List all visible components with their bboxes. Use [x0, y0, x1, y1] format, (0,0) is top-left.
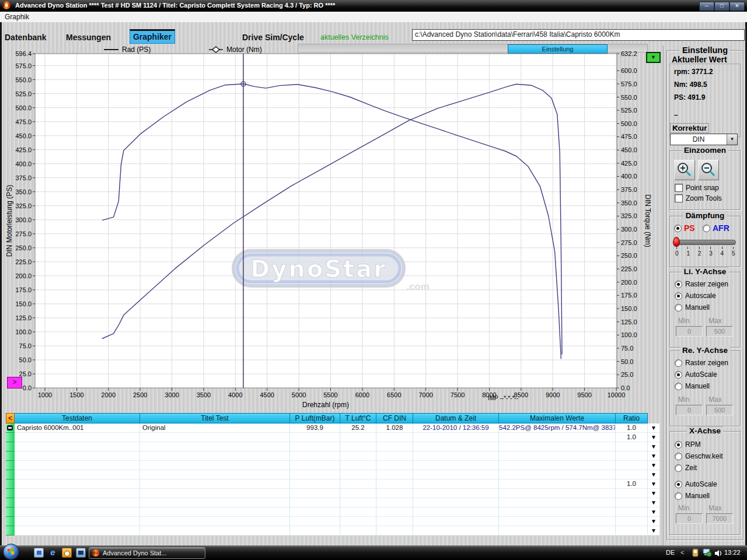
- column-header-datum[interactable]: Datum & Zeit: [413, 413, 499, 424]
- cell-testdaten[interactable]: [15, 517, 140, 526]
- internet-explorer-icon[interactable]: e: [48, 548, 58, 558]
- cell-ratio[interactable]: [616, 508, 648, 517]
- cell-t_luft[interactable]: [340, 489, 376, 498]
- cell-datum[interactable]: [413, 489, 499, 498]
- cell-ratio[interactable]: [616, 526, 648, 536]
- cell-datum[interactable]: [413, 470, 499, 480]
- cell-titel[interactable]: [140, 508, 290, 517]
- cell-testdaten[interactable]: [15, 480, 140, 489]
- cell-t_luft[interactable]: [340, 517, 376, 526]
- cell-max_werte[interactable]: [499, 433, 616, 442]
- ratio-dropdown-icon[interactable]: ▼: [648, 508, 659, 517]
- cell-testdaten[interactable]: [15, 526, 140, 536]
- cell-t_luft[interactable]: [340, 470, 376, 480]
- cell-p_luft[interactable]: 993.9: [290, 424, 340, 433]
- cell-cf_din[interactable]: [376, 480, 413, 489]
- cell-datum[interactable]: [413, 433, 499, 442]
- minimize-button[interactable]: ─: [699, 2, 714, 11]
- re-raster-radio[interactable]: [675, 359, 682, 367]
- cell-titel[interactable]: [140, 498, 290, 508]
- cell-t_luft[interactable]: [340, 442, 376, 452]
- cell-ratio[interactable]: 1.0: [616, 424, 648, 433]
- ratio-dropdown-icon[interactable]: ▼: [648, 461, 659, 470]
- cell-testdaten[interactable]: [15, 489, 140, 498]
- cell-ratio[interactable]: [616, 442, 648, 452]
- cell-p_luft[interactable]: [290, 470, 340, 480]
- cell-titel[interactable]: [140, 517, 290, 526]
- re-max-input[interactable]: 500: [706, 405, 733, 415]
- taskbar-app-button[interactable]: Advanced Dyno Stat...: [89, 547, 205, 559]
- cell-ratio[interactable]: [616, 470, 648, 480]
- li-max-input[interactable]: 500: [706, 326, 733, 337]
- re-min-input[interactable]: 0: [676, 405, 703, 415]
- tab-datenbank[interactable]: Datenbank: [5, 33, 47, 42]
- cell-max_werte[interactable]: [499, 442, 616, 452]
- column-header-max_werte[interactable]: Maximalen Werte: [499, 413, 616, 424]
- cell-datum[interactable]: [413, 517, 499, 526]
- x-max-input[interactable]: 7000: [706, 513, 733, 524]
- tray-device-icon[interactable]: [691, 548, 700, 560]
- cell-datum[interactable]: [413, 526, 499, 536]
- korrektur-dropdown[interactable]: DIN ▼: [670, 134, 738, 145]
- zoom-out-button[interactable]: [698, 160, 719, 180]
- row-gutter[interactable]: [6, 517, 15, 526]
- column-header-p_luft[interactable]: P Luft(mBar): [290, 413, 340, 424]
- cell-max_werte[interactable]: [499, 470, 616, 480]
- damping-slider-track[interactable]: [675, 240, 736, 245]
- ratio-dropdown-icon[interactable]: ▼: [648, 498, 659, 508]
- cell-titel[interactable]: [140, 461, 290, 470]
- column-header-cf_din[interactable]: CF DIN: [376, 413, 413, 424]
- cell-p_luft[interactable]: [290, 508, 340, 517]
- cell-cf_din[interactable]: [376, 461, 413, 470]
- x-geschw-radio[interactable]: [675, 453, 682, 460]
- cell-t_luft[interactable]: [340, 480, 376, 489]
- cell-titel[interactable]: Original: [140, 424, 290, 433]
- row-gutter[interactable]: [6, 442, 15, 452]
- cell-titel[interactable]: [140, 489, 290, 498]
- cell-datum[interactable]: [413, 452, 499, 461]
- cell-max_werte[interactable]: [499, 508, 616, 517]
- row-gutter[interactable]: [6, 526, 15, 536]
- cell-p_luft[interactable]: [290, 489, 340, 498]
- ratio-dropdown-icon[interactable]: ▼: [648, 480, 659, 489]
- chevron-down-icon[interactable]: ▼: [727, 134, 737, 145]
- cell-testdaten[interactable]: [15, 508, 140, 517]
- cell-t_luft[interactable]: 25.2: [340, 424, 376, 433]
- cell-titel[interactable]: [140, 526, 290, 536]
- x-autoscale-radio[interactable]: [675, 481, 682, 488]
- language-indicator[interactable]: DE: [666, 549, 675, 556]
- cell-testdaten[interactable]: [15, 452, 140, 461]
- ratio-dropdown-icon[interactable]: ▼: [648, 433, 659, 442]
- column-header-testdaten[interactable]: Testdaten: [15, 413, 140, 424]
- cell-ratio[interactable]: [616, 461, 648, 470]
- cell-max_werte[interactable]: [499, 452, 616, 461]
- cell-cf_din[interactable]: [376, 470, 413, 480]
- cell-testdaten[interactable]: [15, 442, 140, 452]
- tab-graphiker[interactable]: Graphiker: [130, 29, 175, 44]
- cell-cf_din[interactable]: [376, 526, 413, 536]
- column-header-titel[interactable]: Titel Test: [140, 413, 290, 424]
- cell-p_luft[interactable]: [290, 526, 340, 536]
- cell-cf_din[interactable]: [376, 498, 413, 508]
- cell-titel[interactable]: [140, 480, 290, 489]
- tray-volume-icon[interactable]: [714, 549, 722, 559]
- cell-cf_din[interactable]: [376, 442, 413, 452]
- directory-path-field[interactable]: c:\Advanced Dyno Station\data\Ferrari\45…: [412, 29, 745, 41]
- cell-datum[interactable]: 22-10-2010 / 12:36:59: [413, 424, 499, 433]
- row-gutter[interactable]: [6, 480, 15, 489]
- close-button[interactable]: ✕: [729, 2, 745, 11]
- cell-datum[interactable]: [413, 508, 499, 517]
- cell-t_luft[interactable]: [340, 508, 376, 517]
- cell-max_werte[interactable]: 542.2PS@ 8425rpm / 574.7Nm@ 3837rpm: [499, 424, 616, 433]
- cell-ratio[interactable]: [616, 517, 648, 526]
- start-button[interactable]: [3, 544, 19, 560]
- ratio-dropdown-icon[interactable]: ▼: [648, 424, 659, 433]
- table-nav-button[interactable]: <: [6, 413, 15, 424]
- cell-datum[interactable]: [413, 480, 499, 489]
- cell-cf_din[interactable]: [376, 508, 413, 517]
- show-desktop-icon[interactable]: [34, 548, 44, 558]
- cell-cf_din[interactable]: [376, 517, 413, 526]
- cell-p_luft[interactable]: [290, 517, 340, 526]
- damping-slider-thumb[interactable]: [673, 237, 680, 247]
- tab-drive-sim-cycle[interactable]: Drive Sim/Cycle: [242, 33, 304, 42]
